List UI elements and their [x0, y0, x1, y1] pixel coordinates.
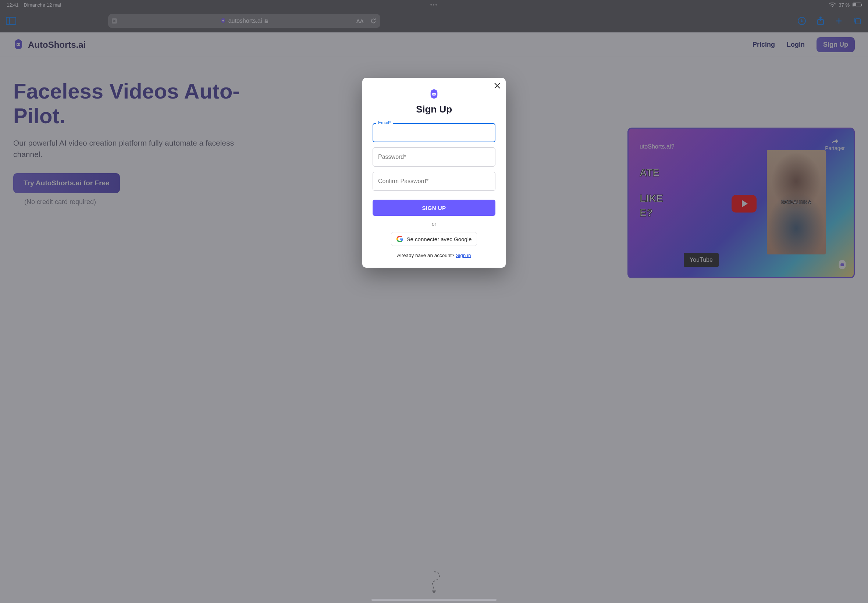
svg-point-12 [434, 94, 435, 94]
password-input[interactable] [373, 147, 495, 167]
close-icon [494, 82, 501, 89]
svg-point-11 [433, 94, 434, 94]
email-label: Email* [376, 120, 393, 125]
or-divider: or [373, 221, 495, 227]
email-field-wrap: Email* [373, 123, 495, 142]
confirm-password-input[interactable] [373, 172, 495, 191]
password-field-wrap [373, 147, 495, 167]
google-signin-label: Se connecter avec Google [407, 236, 472, 242]
google-signin-button[interactable]: Se connecter avec Google [391, 232, 477, 246]
already-account: Already have an account? Sign in [373, 253, 495, 258]
close-button[interactable] [494, 82, 501, 89]
svg-rect-10 [432, 93, 435, 95]
confirm-password-field-wrap [373, 172, 495, 191]
sign-in-link[interactable]: Sign in [456, 253, 471, 258]
modal-logo-icon [429, 89, 439, 100]
modal-title: Sign Up [373, 104, 495, 115]
google-icon [396, 236, 403, 242]
email-input[interactable] [373, 123, 495, 142]
signup-submit-button[interactable]: SIGN UP [373, 199, 495, 216]
signup-modal: Sign Up Email* SIGN UP or Se connecter a… [362, 78, 506, 267]
home-indicator[interactable] [371, 599, 497, 601]
